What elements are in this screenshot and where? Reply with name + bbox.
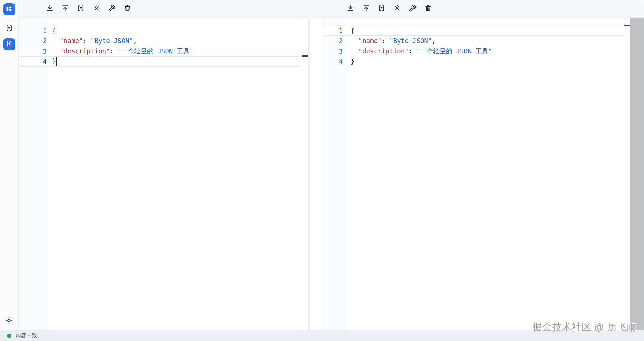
- sidebar: [0, 0, 19, 330]
- code-line: 2 "name": "Byte JSON",: [19, 36, 302, 46]
- repair-button[interactable]: [406, 3, 419, 15]
- status-dot-icon: [7, 334, 11, 338]
- code-token: "name": [60, 37, 83, 45]
- upload-icon: [61, 4, 69, 13]
- clear-button[interactable]: [121, 3, 133, 15]
- download-button[interactable]: [44, 3, 56, 15]
- scroll-strip[interactable]: [302, 18, 308, 330]
- line-number: 2: [323, 37, 348, 45]
- json-editor-right[interactable]: 1{2 "name": "Byte JSON",3 "description":…: [323, 18, 644, 330]
- compress-button[interactable]: [391, 3, 403, 15]
- upload-icon: [362, 4, 370, 13]
- code-line: 3 "description": "一个轻量的 JSON 工具": [323, 46, 624, 57]
- format-button[interactable]: [75, 3, 87, 15]
- code-token: [52, 37, 60, 45]
- compress-button[interactable]: [90, 3, 102, 15]
- wrench-icon: [409, 4, 417, 13]
- code-text: "description": "一个轻量的 JSON 工具": [348, 47, 624, 56]
- cursor-position-mark: [624, 25, 630, 26]
- compress-icon: [393, 4, 401, 13]
- code-token: }: [52, 57, 56, 65]
- main-area: 1{2 "name": "Byte JSON",3 "description":…: [0, 0, 644, 330]
- code-token: ,: [432, 37, 435, 45]
- code-token: "name": [358, 37, 382, 45]
- code-line: 1{: [323, 26, 624, 36]
- code-token: "Byte JSON": [90, 37, 133, 45]
- right-editor-toolbar: [344, 0, 434, 18]
- line-number: 1: [19, 27, 49, 34]
- code-line: 4}: [323, 56, 624, 67]
- code-token: :: [409, 47, 417, 55]
- pane-splitter[interactable]: [308, 18, 323, 330]
- status-text: 内容一致: [16, 332, 37, 339]
- download-icon: [347, 4, 354, 13]
- clear-button[interactable]: [422, 3, 434, 15]
- brackets-lines-icon: [77, 4, 85, 13]
- editors-row: 1{2 "name": "Byte JSON",3 "description":…: [19, 18, 644, 330]
- download-icon: [46, 4, 54, 13]
- code-line: 1{: [19, 26, 302, 36]
- sidebar-bottom: [0, 315, 18, 326]
- code-token: :: [110, 47, 118, 55]
- code-token: "一个轻量的 JSON 工具": [417, 47, 492, 55]
- line-number: 1: [323, 27, 348, 34]
- line-number: 4: [323, 58, 348, 65]
- json-tool-app: 1{2 "name": "Byte JSON",3 "description":…: [0, 0, 644, 341]
- app-logo[interactable]: [3, 3, 15, 15]
- code-token: "description": [60, 47, 110, 55]
- text-cursor: [56, 57, 57, 66]
- code-token: [52, 47, 60, 55]
- sidebar-item-json-transfer-tool[interactable]: [3, 38, 15, 50]
- code-token: [351, 47, 358, 55]
- code-token: ,: [133, 37, 137, 45]
- json-editor-left[interactable]: 1{2 "name": "Byte JSON",3 "description":…: [19, 18, 308, 330]
- code-text: "name": "Byte JSON",: [49, 37, 302, 45]
- crosshair-icon[interactable]: [3, 315, 15, 326]
- code-text: "name": "Byte JSON",: [348, 37, 624, 45]
- code-text: }: [348, 58, 624, 65]
- code-token: {: [351, 27, 354, 34]
- compress-icon: [92, 4, 100, 13]
- code-token: :: [382, 37, 390, 45]
- content-area: 1{2 "name": "Byte JSON",3 "description":…: [19, 0, 644, 330]
- code-lines: 1{2 "name": "Byte JSON",3 "description":…: [19, 18, 302, 67]
- code-token: [351, 37, 358, 45]
- toolbar-strip: [19, 0, 644, 18]
- code-lines: 1{2 "name": "Byte JSON",3 "description":…: [323, 18, 624, 67]
- brackets-lines-icon: [378, 4, 385, 13]
- code-line: 3 "description": "一个轻量的 JSON 工具": [19, 46, 302, 57]
- watermark-text: 掘金技术社区 @ 历飞雨: [533, 321, 637, 334]
- code-text: }: [49, 57, 302, 66]
- code-line: 2 "name": "Byte JSON",: [323, 36, 624, 46]
- brackets-lines-icon: [5, 24, 13, 33]
- trash-icon: [424, 4, 432, 13]
- scroll-strip[interactable]: [624, 18, 630, 330]
- repair-button[interactable]: [106, 3, 118, 15]
- vertical-scrollbar[interactable]: [630, 18, 644, 330]
- sidebar-item-json-format-tool[interactable]: [3, 23, 15, 35]
- code-text: "description": "一个轻量的 JSON 工具": [49, 47, 302, 56]
- code-token: :: [83, 37, 91, 45]
- code-token: "description": [358, 47, 409, 55]
- left-editor-toolbar: [44, 0, 133, 18]
- upload-button[interactable]: [360, 3, 372, 15]
- code-token: }: [351, 58, 354, 65]
- brackets-arrow-icon: [5, 40, 13, 49]
- line-number: 3: [323, 48, 348, 55]
- line-number: 2: [19, 37, 49, 45]
- format-button[interactable]: [375, 3, 387, 15]
- code-line: 4}: [19, 56, 302, 67]
- upload-button[interactable]: [59, 3, 71, 15]
- line-number: 3: [19, 48, 49, 55]
- download-button[interactable]: [344, 3, 356, 15]
- wrench-icon: [108, 4, 116, 13]
- cursor-position-mark: [302, 55, 308, 57]
- split-layout-logo: [5, 5, 13, 14]
- code-text: {: [348, 27, 624, 34]
- code-token: {: [52, 27, 56, 34]
- line-number: 4: [19, 58, 49, 65]
- code-token: "一个轻量的 JSON 工具": [118, 47, 194, 55]
- code-text: {: [49, 27, 302, 34]
- trash-icon: [124, 4, 131, 13]
- code-token: "Byte JSON": [389, 37, 432, 45]
